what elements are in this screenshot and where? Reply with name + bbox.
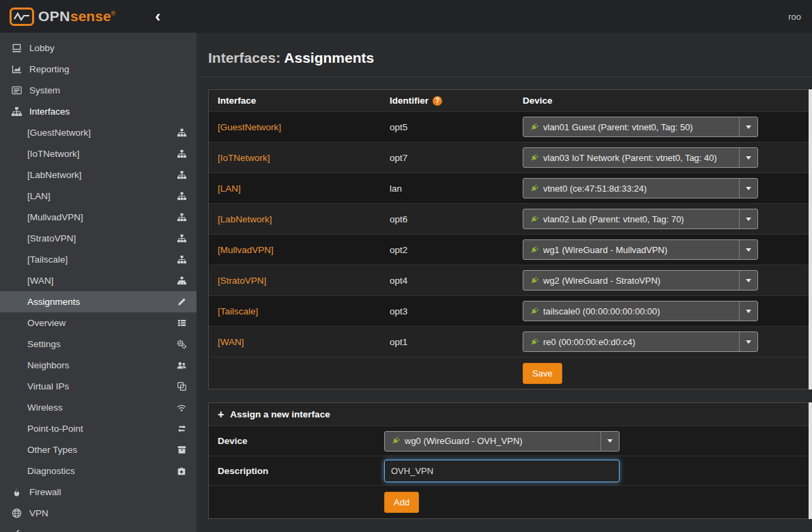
exchange-icon <box>177 424 186 433</box>
table-row: [WAN] opt1 re0 (00:00:00:e0:d0:c4) <box>209 326 812 357</box>
plug-icon <box>530 184 538 193</box>
column-header-interface: Interface <box>218 95 390 106</box>
brand-text-sense: sense <box>70 8 111 25</box>
sidebar-item-virtual-ips[interactable]: Virtual IPs <box>0 376 197 397</box>
sitemap-icon <box>10 106 23 117</box>
assignments-panel: Interface Identifier? Device [GuestNetwo… <box>208 89 812 389</box>
identifier-cell: opt6 <box>390 214 523 224</box>
caret-down-icon <box>739 301 757 321</box>
caret-down-icon <box>739 117 757 136</box>
sidebar-item-wireless[interactable]: Wireless <box>0 397 197 418</box>
caret-down-icon <box>739 209 757 228</box>
sidebar-item-overview[interactable]: Overview <box>0 312 197 334</box>
device-select[interactable]: vlan03 IoT Network (Parent: vtnet0, Tag:… <box>523 147 758 168</box>
sidebar-item-neighbors[interactable]: Neighbors <box>0 355 197 376</box>
identifier-cell: opt4 <box>390 276 523 286</box>
device-row: Device wg0 (WireGuard - OVH_VPN) <box>209 426 812 456</box>
interface-link[interactable]: [GuestNetwork] <box>218 122 281 132</box>
device-label: Device <box>218 436 384 446</box>
sidebar-item-labnetwork[interactable]: [LabNetwork] <box>0 164 197 186</box>
table-row: [GuestNetwork] opt5 vlan01 Guest (Parent… <box>209 111 812 142</box>
sidebar-item-other-types[interactable]: Other Types <box>0 439 197 460</box>
sidebar-item-reporting[interactable]: Reporting <box>0 59 197 80</box>
table-row: [LabNetwork] opt6 vlan02 Lab (Parent: vt… <box>209 203 812 234</box>
table-footer-row: Save <box>209 357 812 389</box>
brand-registered-mark: ® <box>111 10 116 17</box>
fire-icon <box>10 487 23 497</box>
sidebar-item-partial[interactable] <box>0 524 197 532</box>
sidebar-item-iotnetwork[interactable]: [IoTNetwork] <box>0 143 197 164</box>
help-icon[interactable]: ? <box>433 96 442 106</box>
interface-link[interactable]: [Tailscale] <box>218 306 258 316</box>
column-header-device: Device <box>523 95 812 106</box>
interface-link[interactable]: [LAN] <box>218 183 241 194</box>
plug-icon <box>530 338 538 346</box>
sidebar-item-lobby[interactable]: Lobby <box>0 38 197 59</box>
device-select-value: wg1 (WireGuard - MullvadVPN) <box>543 245 734 255</box>
sitemap-icon <box>177 234 186 243</box>
table-row: [Tailscale] opt3 tailscale0 (00:00:00:00… <box>209 295 812 326</box>
sidebar-item-tailscale[interactable]: [Tailscale] <box>0 249 197 270</box>
user-menu[interactable]: roo <box>788 12 801 22</box>
wifi-icon <box>177 403 186 413</box>
sidebar-item-point-to-point[interactable]: Point-to-Point <box>0 418 197 439</box>
plug-icon <box>530 123 538 132</box>
archive-icon <box>177 445 186 454</box>
sidebar-item-settings[interactable]: Settings <box>0 334 197 355</box>
sitemap-icon <box>177 192 186 201</box>
sidebar-item-stratovpn[interactable]: [StratoVPN] <box>0 228 197 249</box>
device-select-value: vtnet0 (ce:47:51:8d:33:24) <box>543 183 734 194</box>
device-select-value: vlan01 Guest (Parent: vtnet0, Tag: 50) <box>543 122 734 132</box>
caret-down-icon <box>739 179 757 198</box>
caret-down-icon <box>739 271 757 290</box>
description-row: Description <box>209 456 812 485</box>
interface-link[interactable]: [StratoVPN] <box>218 276 266 286</box>
app-root: OPNsense® ‹ roo Lobby Reporting System I… <box>0 0 812 532</box>
assign-new-title: Assign a new interface <box>230 409 330 419</box>
device-select[interactable]: vtnet0 (ce:47:51:8d:33:24) <box>523 178 758 198</box>
assign-new-panel: + Assign a new interface Device wg0 (Wir… <box>208 402 812 519</box>
sidebar-item-interfaces[interactable]: Interfaces <box>0 101 197 122</box>
assign-new-header: + Assign a new interface <box>209 403 812 426</box>
sidebar-item-wan[interactable]: [WAN] <box>0 270 197 291</box>
new-device-select-value: wg0 (WireGuard - OVH_VPN) <box>405 436 596 446</box>
device-select[interactable]: tailscale0 (00:00:00:00:00:00) <box>523 301 758 321</box>
wrench-icon <box>10 529 23 532</box>
brand-logo[interactable]: OPNsense® <box>10 8 115 26</box>
interface-link[interactable]: [IoTNetwork] <box>218 153 270 163</box>
caret-down-icon <box>739 332 757 351</box>
sidebar-item-firewall[interactable]: Firewall <box>0 482 197 503</box>
brand-text-opn: OPN <box>38 8 70 25</box>
clone-icon <box>177 382 186 391</box>
device-select[interactable]: vlan01 Guest (Parent: vtnet0, Tag: 50) <box>523 117 758 137</box>
save-button[interactable]: Save <box>523 363 562 384</box>
interface-link[interactable]: [WAN] <box>218 337 244 347</box>
top-header: OPNsense® ‹ roo <box>0 0 812 33</box>
sidebar-collapse-button[interactable]: ‹ <box>155 8 160 25</box>
page-header: Interfaces: Assignments <box>197 33 812 77</box>
sidebar-item-guestnetwork[interactable]: [GuestNetwork] <box>0 122 197 143</box>
list-alt-icon <box>10 85 23 95</box>
new-device-select[interactable]: wg0 (WireGuard - OVH_VPN) <box>384 431 620 452</box>
device-select[interactable]: wg1 (WireGuard - MullvadVPN) <box>523 239 758 260</box>
sidebar-item-mullvadvpn[interactable]: [MullvadVPN] <box>0 207 197 228</box>
sidebar-item-lan[interactable]: [LAN] <box>0 186 197 207</box>
sidebar-item-system[interactable]: System <box>0 80 197 101</box>
device-select-value: vlan03 IoT Network (Parent: vtnet0, Tag:… <box>543 153 734 163</box>
add-button[interactable]: Add <box>384 492 419 513</box>
main-content: Interfaces: Assignments Interface Identi… <box>197 33 812 532</box>
interface-link[interactable]: [LabNetwork] <box>218 214 272 224</box>
interface-link[interactable]: [MullvadVPN] <box>218 245 274 255</box>
plus-icon: + <box>218 409 224 420</box>
shell: Lobby Reporting System Interfaces [Guest… <box>0 33 812 532</box>
device-select[interactable]: vlan02 Lab (Parent: vtnet0, Tag: 70) <box>523 209 758 229</box>
device-select[interactable]: re0 (00:00:00:e0:d0:c4) <box>523 331 758 352</box>
identifier-cell: opt7 <box>390 153 523 163</box>
page-title: Interfaces: Assignments <box>208 50 812 65</box>
description-input[interactable] <box>384 460 620 482</box>
device-select[interactable]: wg2 (WireGuard - StratoVPN) <box>523 270 758 291</box>
content-area: Interface Identifier? Device [GuestNetwo… <box>197 77 812 519</box>
sidebar-item-vpn[interactable]: VPN <box>0 503 197 524</box>
sidebar-item-assignments[interactable]: Assignments <box>0 291 197 312</box>
sidebar-item-diagnostics[interactable]: Diagnostics <box>0 460 197 482</box>
